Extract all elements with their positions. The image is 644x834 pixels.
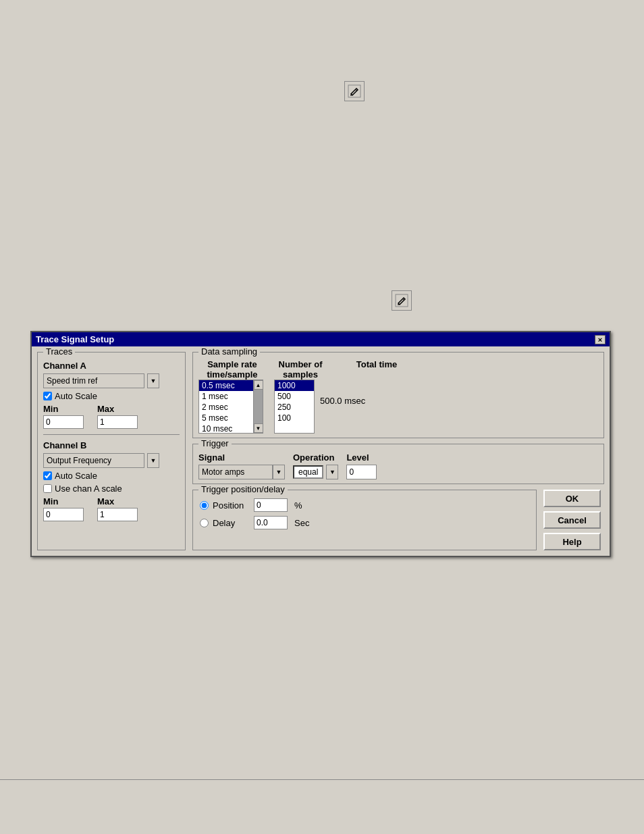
channel-b-max-label: Max: [97, 496, 138, 506]
trigger-operation-arrow[interactable]: ▼: [326, 465, 338, 479]
trigger-row: Signal Motor amps Speed trim ref Output …: [198, 452, 598, 479]
channel-b-min-group: Min: [43, 496, 84, 521]
channel-a-autoscale-label: Auto Scale: [55, 391, 97, 401]
trigger-level-input[interactable]: [346, 465, 377, 479]
channel-b-max-input[interactable]: [97, 508, 138, 521]
sample-rate-item-2[interactable]: 2 msec: [199, 402, 253, 413]
dialog-close-button[interactable]: ×: [595, 335, 606, 344]
sample-rate-item-5[interactable]: 5 msec: [199, 413, 253, 423]
channel-a-max-label: Max: [97, 404, 138, 414]
delay-label: Delay: [213, 518, 250, 528]
trigger-label: Trigger: [198, 438, 232, 448]
trigger-operation-dropdown: equal ▼: [293, 465, 338, 479]
num-samples-item-250[interactable]: 250: [275, 402, 314, 413]
pencil-icon-2: [392, 290, 413, 312]
sampling-header-row: Sample rate time/sample Number of sample…: [198, 359, 598, 380]
channel-b-select[interactable]: Output Frequency Speed trim ref Motor am…: [43, 453, 144, 468]
channel-b-autoscale-checkbox[interactable]: [43, 471, 52, 480]
channel-a-max-group: Max: [97, 404, 138, 429]
channel-a-label: Channel A: [43, 361, 180, 371]
data-sampling-group: Data sampling Sample rate time/sample Nu…: [192, 352, 604, 438]
total-time-area: 500.0 msec: [320, 380, 365, 406]
trace-signal-setup-dialog: Trace Signal Setup × Traces Channel A Sp…: [30, 331, 611, 557]
dialog-title: Trace Signal Setup: [36, 334, 114, 344]
sample-rate-scrollbar[interactable]: ▲ ▼: [253, 380, 263, 433]
channel-a-autoscale-row: Auto Scale: [43, 391, 180, 401]
channel-b-label: Channel B: [43, 440, 180, 450]
trigger-signal-header: Signal: [198, 452, 285, 463]
channel-a-min-group: Min: [43, 404, 84, 429]
channel-a-select[interactable]: Speed trim ref Output Frequency Motor am…: [43, 373, 144, 388]
sample-rate-items: 0.5 msec 1 msec 2 msec 5 msec 10 msec: [199, 380, 253, 433]
sample-rate-item-1[interactable]: 1 msec: [199, 391, 253, 402]
num-samples-item-100[interactable]: 100: [275, 413, 314, 423]
channel-b-min-input[interactable]: [43, 508, 84, 521]
right-panel: Data sampling Sample rate time/sample Nu…: [192, 352, 604, 550]
num-samples-item-1000[interactable]: 1000: [275, 380, 314, 391]
trigger-position-label: Trigger position/delay: [198, 484, 288, 494]
ok-button[interactable]: OK: [543, 490, 601, 507]
total-time-header: Total time: [343, 359, 410, 369]
channel-a-autoscale-checkbox[interactable]: [43, 392, 52, 400]
channel-a-dropdown-arrow[interactable]: ▼: [147, 373, 159, 388]
channel-a-minmax-row: Min Max: [43, 404, 180, 429]
pencil-icon-1: [344, 81, 366, 103]
position-radio[interactable]: [200, 501, 209, 510]
sample-rate-item-0.5[interactable]: 0.5 msec: [199, 380, 253, 391]
num-samples-item-500[interactable]: 500: [275, 391, 314, 402]
scrollbar-track: [254, 390, 263, 423]
delay-radio[interactable]: [200, 519, 209, 527]
traces-group-label: Traces: [43, 346, 75, 357]
delay-unit: Sec: [294, 518, 309, 528]
num-samples-list[interactable]: 1000 500 250 100: [274, 380, 315, 434]
trigger-group: Trigger Signal Motor amps Speed trim ref…: [192, 444, 604, 484]
scrollbar-down-btn[interactable]: ▼: [254, 423, 263, 433]
dialog-titlebar: Trace Signal Setup ×: [32, 332, 610, 346]
channel-b-use-chan-a-checkbox[interactable]: [43, 484, 52, 493]
data-sampling-label: Data sampling: [198, 346, 260, 357]
position-label: Position: [213, 500, 250, 511]
help-button[interactable]: Help: [543, 533, 601, 550]
trigger-signal-arrow[interactable]: ▼: [273, 465, 285, 479]
delay-input[interactable]: [254, 516, 288, 529]
trigger-level-header: Level: [346, 452, 377, 463]
delay-radio-row: Delay Sec: [200, 516, 529, 529]
sampling-content-row: 0.5 msec 1 msec 2 msec 5 msec 10 msec ▲ …: [198, 380, 598, 434]
trigger-level-col: Level: [346, 452, 377, 479]
sample-rate-header2: time/sample: [198, 369, 266, 380]
trigger-signal-select[interactable]: Motor amps Speed trim ref Output Frequen…: [198, 465, 273, 479]
channel-b-autoscale-row: Auto Scale: [43, 471, 180, 481]
channel-b-max-group: Max: [97, 496, 138, 521]
dialog-body: Traces Channel A Speed trim ref Output F…: [32, 346, 610, 556]
num-samples-header: Number of: [277, 359, 324, 369]
position-input[interactable]: [254, 498, 288, 512]
num-samples-header2: samples: [277, 369, 324, 380]
channel-b-dropdown-arrow[interactable]: ▼: [147, 453, 159, 468]
trigger-position-group: Trigger position/delay Position % Delay …: [192, 490, 537, 550]
trigger-operation-col: Operation equal ▼: [293, 452, 338, 479]
trigger-signal-col: Signal Motor amps Speed trim ref Output …: [198, 452, 285, 479]
trigger-signal-dropdown: Motor amps Speed trim ref Output Frequen…: [198, 465, 285, 479]
cancel-button[interactable]: Cancel: [543, 511, 601, 529]
position-unit: %: [294, 500, 302, 511]
bottom-separator: [0, 779, 644, 780]
sample-rate-item-10[interactable]: 10 msec: [199, 423, 253, 433]
channel-a-min-label: Min: [43, 404, 84, 414]
channel-a-min-input[interactable]: [43, 415, 84, 429]
channel-b-min-label: Min: [43, 496, 84, 506]
scrollbar-up-btn[interactable]: ▲: [254, 380, 263, 390]
total-time-value: 500.0 msec: [320, 382, 365, 406]
trigger-operation-value: equal: [293, 465, 323, 479]
channel-divider: [43, 434, 180, 435]
bottom-row: Trigger position/delay Position % Delay …: [192, 490, 604, 550]
position-radio-row: Position %: [200, 498, 529, 512]
channel-b-dropdown-row: Output Frequency Speed trim ref Motor am…: [43, 453, 180, 468]
channel-b-autoscale-label: Auto Scale: [55, 471, 97, 481]
channel-b-minmax-row: Min Max: [43, 496, 180, 521]
channel-a-max-input[interactable]: [97, 415, 138, 429]
channel-a-dropdown-row: Speed trim ref Output Frequency Motor am…: [43, 373, 180, 388]
sample-rate-listbox[interactable]: 0.5 msec 1 msec 2 msec 5 msec 10 msec ▲ …: [198, 380, 263, 434]
channel-b-use-chan-a-label: Use chan A scale: [55, 484, 122, 494]
buttons-panel: OK Cancel Help: [543, 490, 604, 550]
sample-rate-header: Sample rate: [198, 359, 266, 369]
